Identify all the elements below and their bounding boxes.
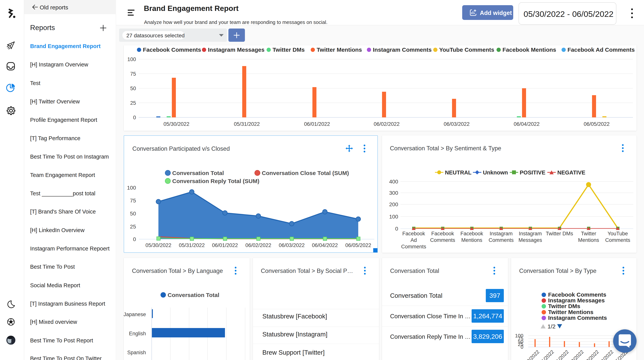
svg-text:English: English <box>129 331 146 337</box>
svg-text:75: 75 <box>130 71 136 77</box>
svg-text:Facebook: Facebook <box>431 231 454 236</box>
svg-text:05/30/2022: 05/30/2022 <box>145 242 171 248</box>
svg-text:06/02/2022: 06/02/2022 <box>374 121 400 127</box>
svg-text:75: 75 <box>130 198 136 203</box>
svg-text:0: 0 <box>133 236 136 242</box>
svg-text:Japanese: Japanese <box>124 312 146 317</box>
svg-text:05/30/2022: 05/30/2022 <box>164 121 189 127</box>
svg-text:0: 0 <box>521 344 523 350</box>
svg-text:25: 25 <box>130 100 136 106</box>
svg-text:50: 50 <box>130 86 136 91</box>
svg-text:Twitter: Twitter <box>581 231 596 236</box>
svg-text:Comments: Comments <box>430 237 455 243</box>
svg-text:Mentions: Mentions <box>461 237 482 243</box>
svg-text:05/31/2022: 05/31/2022 <box>234 121 260 127</box>
svg-text:06/03/2022: 06/03/2022 <box>444 121 470 127</box>
svg-text:Facebook: Facebook <box>402 231 425 236</box>
svg-text:300: 300 <box>389 190 398 196</box>
svg-text:05/30/2022: 05/30/2022 <box>519 349 540 360</box>
svg-text:100: 100 <box>389 214 398 220</box>
svg-text:25: 25 <box>130 224 136 230</box>
svg-text:400: 400 <box>389 179 398 184</box>
svg-text:06/04/2022: 06/04/2022 <box>514 121 540 127</box>
svg-text:Instagram: Instagram <box>519 231 542 236</box>
svg-text:Spanish: Spanish <box>127 350 146 356</box>
svg-text:06/01/2022: 06/01/2022 <box>212 242 238 248</box>
svg-text:Messages: Messages <box>518 237 542 243</box>
svg-text:06/02/2022: 06/02/2022 <box>245 242 271 248</box>
svg-text:YouTube: YouTube <box>608 231 628 236</box>
svg-text:Facebook: Facebook <box>460 231 483 236</box>
svg-text:0: 0 <box>133 115 136 120</box>
svg-text:06/05/2022: 06/05/2022 <box>584 121 610 127</box>
svg-text:06/04/2022: 06/04/2022 <box>312 242 338 248</box>
svg-text:05/31/2022: 05/31/2022 <box>179 242 205 248</box>
svg-text:Comments: Comments <box>489 237 514 243</box>
svg-text:Comments: Comments <box>605 237 630 243</box>
svg-text:Ad: Ad <box>410 237 417 243</box>
svg-text:06/03/2022: 06/03/2022 <box>279 242 304 248</box>
svg-text:06/05/2022: 06/05/2022 <box>345 242 371 248</box>
svg-text:Comments: Comments <box>401 244 426 249</box>
svg-text:06/01/2022: 06/01/2022 <box>304 121 330 127</box>
svg-text:100: 100 <box>127 185 136 191</box>
svg-text:0: 0 <box>395 226 398 232</box>
svg-text:100: 100 <box>127 56 136 62</box>
svg-text:200: 200 <box>389 201 398 207</box>
svg-text:Instagram: Instagram <box>490 231 513 236</box>
svg-text:Mentions: Mentions <box>578 237 599 243</box>
svg-text:Twitter DMs: Twitter DMs <box>546 231 573 236</box>
svg-text:50: 50 <box>130 211 136 217</box>
